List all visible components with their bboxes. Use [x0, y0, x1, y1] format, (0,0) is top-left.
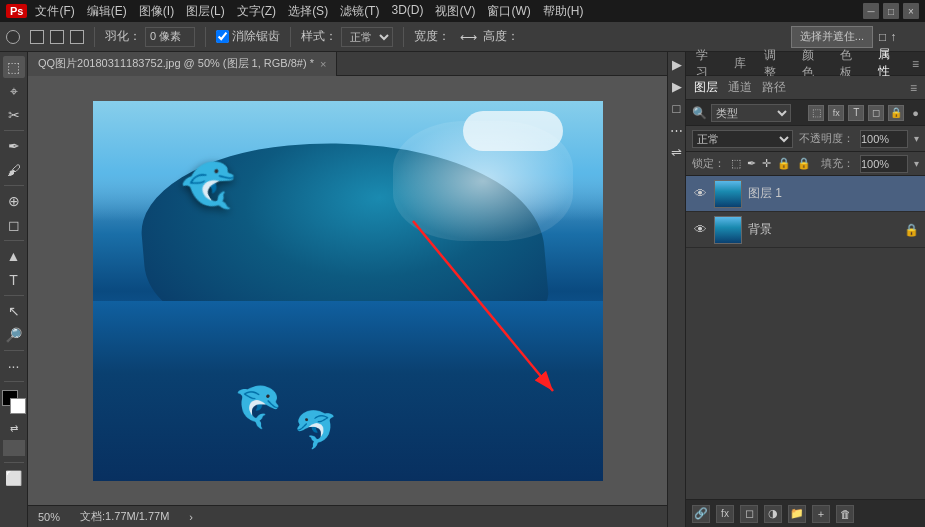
create-group-button[interactable]: 📁	[788, 505, 806, 523]
feather-control: 羽化：	[105, 27, 195, 47]
filter-smart[interactable]: 🔒	[888, 105, 904, 121]
layers-search-row: 🔍 类型 ⬚ fx T ◻ 🔒 ●	[686, 100, 925, 126]
tool-eyedropper[interactable]: ✒	[3, 135, 25, 157]
tool-crop[interactable]: ✂	[3, 104, 25, 126]
layer-fx-button[interactable]: fx	[716, 505, 734, 523]
underwater-layer	[93, 301, 603, 481]
layers-tab-layers[interactable]: 图层	[694, 79, 718, 96]
mini-icon-5[interactable]: ⇌	[669, 144, 685, 160]
feather-input[interactable]	[145, 27, 195, 47]
lock-artboard-icon[interactable]: 🔒	[777, 157, 791, 170]
lock-transparent-icon[interactable]: ⬚	[731, 157, 741, 170]
layers-footer: 🔗 fx ◻ ◑ 📁 + 🗑	[686, 499, 925, 527]
tool-dots[interactable]: ···	[3, 355, 25, 377]
toolbar-icon-2[interactable]: ↑	[890, 30, 896, 44]
layer-visibility-icon[interactable]: 👁	[692, 222, 708, 238]
tool-brush[interactable]: 🖌	[3, 159, 25, 181]
panel-menu-icon[interactable]: ≡	[912, 57, 919, 71]
blend-mode-select[interactable]: 正常	[692, 130, 793, 148]
menu-help[interactable]: 帮助(H)	[543, 3, 584, 20]
menu-layer[interactable]: 图层(L)	[186, 3, 225, 20]
foreground-background-colors[interactable]	[2, 390, 26, 414]
add-adjustment-button[interactable]: ◑	[764, 505, 782, 523]
toolbar-sep2	[205, 27, 206, 47]
tool-eraser[interactable]: ◻	[3, 214, 25, 236]
maximize-button[interactable]: □	[883, 3, 899, 19]
menu-file[interactable]: 文件(F)	[35, 3, 74, 20]
layer-type-select[interactable]: 类型	[711, 104, 791, 122]
layer-thumb-content	[715, 181, 741, 207]
toolbar-icon-1[interactable]: □	[879, 30, 886, 44]
opacity-dropdown-icon[interactable]: ▾	[914, 133, 919, 144]
layers-tabs: 图层 通道 路径 ≡	[686, 76, 925, 100]
ps-logo: Ps	[6, 4, 27, 18]
tool-gradient[interactable]: ▲	[3, 245, 25, 267]
menu-filter[interactable]: 滤镜(T)	[340, 3, 379, 20]
tab-library[interactable]: 库	[730, 53, 750, 74]
toolbar-sep3	[290, 27, 291, 47]
main-area: ⬚ ⌖ ✂ ✒ 🖌 ⊕ ◻ ▲ T ↖ 🔎 ··· ⇄ ⬜ QQ图片201803…	[0, 52, 925, 527]
filter-pixel[interactable]: ⬚	[808, 105, 824, 121]
minimize-button[interactable]: ─	[863, 3, 879, 19]
menu-select[interactable]: 选择(S)	[288, 3, 328, 20]
tool-frame[interactable]: ⬜	[3, 467, 25, 489]
tool-clone[interactable]: ⊕	[3, 190, 25, 212]
fill-input[interactable]	[860, 155, 908, 173]
canvas-container[interactable]: 🐬 🐬 🐬	[28, 76, 667, 505]
menu-type[interactable]: 文字(Z)	[237, 3, 276, 20]
filter-fx[interactable]: fx	[828, 105, 844, 121]
filter-shape[interactable]: ◻	[868, 105, 884, 121]
canvas-image: 🐬 🐬 🐬	[93, 101, 603, 481]
feather-label: 羽化：	[105, 28, 141, 45]
layers-panel-menu[interactable]: ≡	[910, 81, 917, 95]
menu-image[interactable]: 图像(I)	[139, 3, 174, 20]
add-mask-button[interactable]: ◻	[740, 505, 758, 523]
tool-shape-square	[30, 30, 44, 44]
layer-row[interactable]: 👁 背景 🔒	[686, 212, 925, 248]
opacity-input[interactable]	[860, 130, 908, 148]
tool-path[interactable]: ↖	[3, 300, 25, 322]
tool-zoom[interactable]: 🔎	[3, 324, 25, 346]
menu-edit[interactable]: 编辑(E)	[87, 3, 127, 20]
zoom-level: 50%	[38, 511, 60, 523]
lock-pixels-icon[interactable]: ✒	[747, 157, 756, 170]
mini-icon-3[interactable]: □	[669, 100, 685, 116]
arrow-right: ›	[189, 511, 193, 523]
filter-type[interactable]: T	[848, 105, 864, 121]
create-layer-button[interactable]: +	[812, 505, 830, 523]
wave-foam	[393, 121, 573, 241]
window-controls: ─ □ ×	[863, 3, 919, 19]
layers-tab-paths[interactable]: 路径	[762, 79, 786, 96]
right-panel: 学习 库 调整 颜色 色板 属性 ≡ 图层 通道 路径 ≡ 🔍 类型	[685, 52, 925, 527]
tool-marquee[interactable]: ⬚	[3, 56, 25, 78]
quick-mask-btn[interactable]	[3, 440, 25, 456]
tab-filename: QQ图片20180311183752.jpg @ 50% (图层 1, RGB/…	[38, 56, 314, 71]
menu-view[interactable]: 视图(V)	[435, 3, 475, 20]
layers-tab-channels[interactable]: 通道	[728, 79, 752, 96]
style-select[interactable]: 正常	[341, 27, 393, 47]
mini-icon-2[interactable]: ▶	[669, 78, 685, 94]
mini-icon-1[interactable]: ▶	[669, 56, 685, 72]
dolphin-underwater-1: 🐬	[233, 384, 283, 431]
menu-3d[interactable]: 3D(D)	[391, 3, 423, 20]
document-tab[interactable]: QQ图片20180311183752.jpg @ 50% (图层 1, RGB/…	[28, 52, 337, 76]
fill-dropdown-icon[interactable]: ▾	[914, 158, 919, 169]
tool-lasso[interactable]: ⌖	[3, 80, 25, 102]
swap-colors-icon[interactable]: ⇄	[3, 420, 25, 436]
mini-icon-4[interactable]: ⋯	[669, 122, 685, 138]
layer-visibility-icon[interactable]: 👁	[692, 186, 708, 202]
lock-all-icon[interactable]: 🔒	[797, 157, 811, 170]
menu-window[interactable]: 窗口(W)	[487, 3, 530, 20]
lock-position-icon[interactable]: ✛	[762, 157, 771, 170]
tool-dodge[interactable]: T	[3, 269, 25, 291]
layer-row[interactable]: 👁 图层 1	[686, 176, 925, 212]
tab-close-button[interactable]: ×	[320, 58, 326, 70]
close-button[interactable]: ×	[903, 3, 919, 19]
width-label: 宽度：	[414, 28, 450, 45]
filter-toggle[interactable]: ●	[912, 107, 919, 119]
delete-layer-button[interactable]: 🗑	[836, 505, 854, 523]
titlebar: Ps 文件(F) 编辑(E) 图像(I) 图层(L) 文字(Z) 选择(S) 滤…	[0, 0, 925, 22]
link-layers-button[interactable]: 🔗	[692, 505, 710, 523]
antialiasing-checkbox[interactable]	[216, 30, 229, 43]
background-color[interactable]	[10, 398, 26, 414]
